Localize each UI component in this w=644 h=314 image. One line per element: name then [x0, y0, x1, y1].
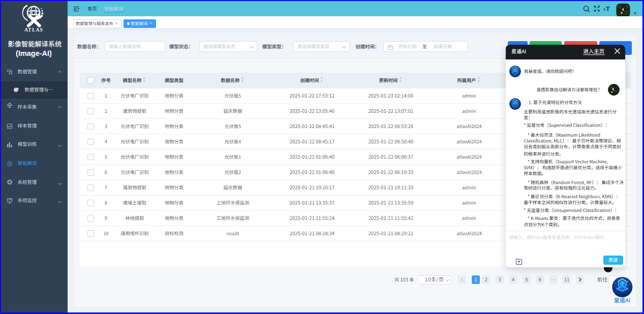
svg-text:ATLAS: ATLAS	[24, 27, 43, 33]
svg-text:T: T	[606, 5, 610, 13]
svg-text:(Image-AI): (Image-AI)	[16, 49, 52, 57]
svg-text:T: T	[603, 8, 606, 12]
